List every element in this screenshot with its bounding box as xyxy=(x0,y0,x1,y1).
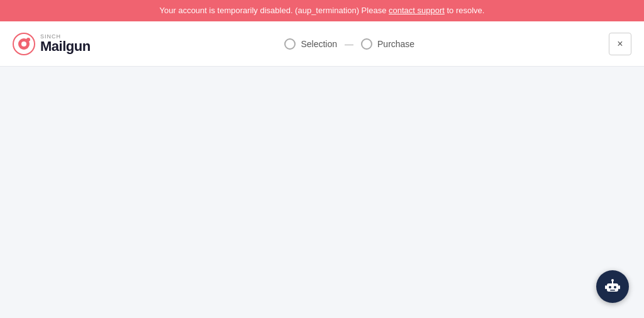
close-button[interactable]: × xyxy=(609,33,631,55)
svg-point-6 xyxy=(614,286,616,288)
svg-rect-9 xyxy=(605,285,607,289)
wizard-steps: Selection — Purchase xyxy=(284,38,414,50)
close-icon: × xyxy=(617,38,623,50)
svg-point-3 xyxy=(26,38,30,41)
page-header: SINCH Mailgun Selection — Purchase × xyxy=(0,21,644,67)
svg-point-8 xyxy=(611,279,614,282)
mailgun-logo-icon xyxy=(13,33,35,55)
chatbot-button[interactable] xyxy=(596,270,629,303)
step-purchase-circle xyxy=(361,38,372,50)
mailgun-label: Mailgun xyxy=(40,40,91,53)
svg-rect-11 xyxy=(610,290,615,291)
step-selection-circle xyxy=(284,38,296,50)
contact-support-link[interactable]: contact support xyxy=(389,6,445,15)
step-selection: Selection xyxy=(284,38,337,50)
logo-text: SINCH Mailgun xyxy=(40,34,91,53)
step-purchase-label: Purchase xyxy=(377,39,414,49)
account-disabled-banner: Your account is temporarily disabled. (a… xyxy=(0,0,644,21)
step-separator: — xyxy=(345,39,353,49)
svg-point-2 xyxy=(21,41,26,47)
banner-message-suffix: to resolve. xyxy=(445,6,485,15)
step-purchase: Purchase xyxy=(361,38,414,50)
chatbot-icon xyxy=(604,278,621,295)
logo-area: SINCH Mailgun xyxy=(13,33,91,55)
main-content-area xyxy=(0,67,644,318)
svg-point-5 xyxy=(609,286,611,288)
svg-rect-10 xyxy=(618,285,620,289)
banner-message-prefix: Your account is temporarily disabled. (a… xyxy=(160,6,389,15)
step-selection-label: Selection xyxy=(301,39,337,49)
